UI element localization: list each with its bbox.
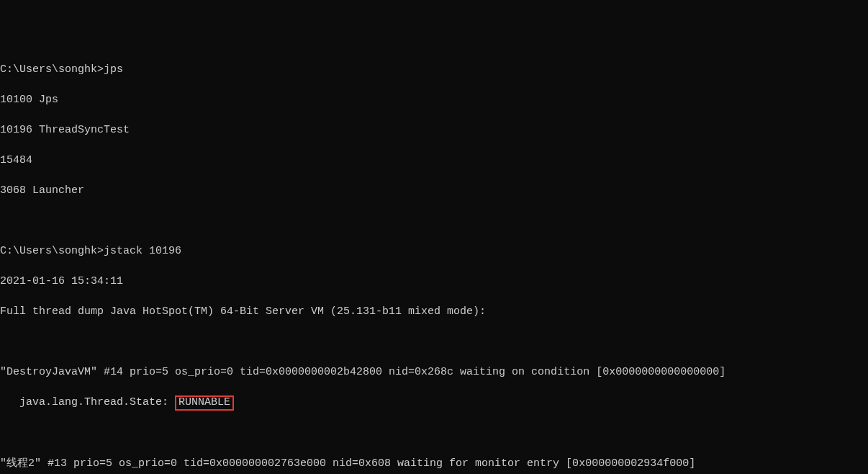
command-2: jstack 10196 <box>104 245 181 257</box>
command-1: jps <box>104 63 123 76</box>
prompt-line-1: C:\Users\songhk>jps <box>0 62 868 77</box>
prompt-line-2: C:\Users\songhk>jstack 10196 <box>0 243 868 259</box>
thread-2-header: "线程2" #13 prio=5 os_prio=0 tid=0x0000000… <box>0 456 868 471</box>
jps-output-3: 3068 Launcher <box>0 183 868 198</box>
thread-destroyjavavm-state: java.lang.Thread.State: RUNNABLE <box>0 395 868 411</box>
jps-output-0: 10100 Jps <box>0 92 868 107</box>
jps-output-1: 10196 ThreadSyncTest <box>0 122 868 138</box>
prompt-1: C:\Users\songhk> <box>0 63 104 76</box>
blank-line <box>0 334 868 349</box>
thread-destroyjavavm-header: "DestroyJavaVM" #14 prio=5 os_prio=0 tid… <box>0 365 868 380</box>
prompt-2: C:\Users\songhk> <box>0 245 104 257</box>
dump-header: Full thread dump Java HotSpot(TM) 64-Bit… <box>0 304 868 319</box>
state-runnable-highlight: RUNNABLE <box>175 395 234 411</box>
blank-line <box>0 426 868 441</box>
jps-output-2: 15484 <box>0 153 868 168</box>
blank-line <box>0 213 868 228</box>
timestamp: 2021-01-16 15:34:11 <box>0 274 868 289</box>
